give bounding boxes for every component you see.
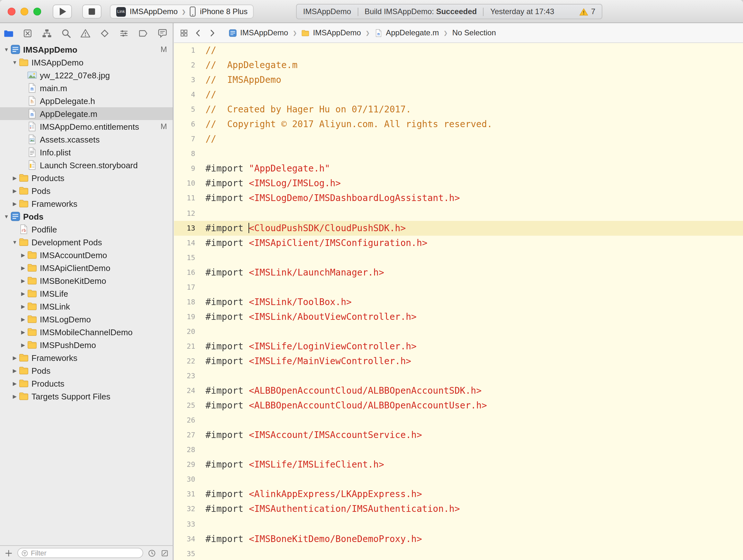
line-number[interactable]: 32 bbox=[174, 502, 195, 517]
sidebar-item-imsapiclientdemo[interactable]: ▶IMSApiClientDemo bbox=[0, 261, 173, 274]
scheme-name[interactable]: IMSAppDemo bbox=[130, 7, 178, 16]
code-line-7[interactable]: 7// bbox=[174, 132, 743, 147]
code-token[interactable]: <IMSLife/IMSLifeClient.h> bbox=[249, 460, 384, 470]
code-token[interactable]: #import bbox=[206, 460, 249, 470]
code-text[interactable] bbox=[195, 472, 206, 487]
disclosure-triangle[interactable]: ▶ bbox=[11, 188, 18, 193]
sidebar-item-imspushdemo[interactable]: ▶IMSPushDemo bbox=[0, 338, 173, 351]
code-text[interactable]: // Created by Hager Hu on 07/11/2017. bbox=[195, 102, 411, 117]
sidebar-item-assets-xcassets[interactable]: Assets.xcassets bbox=[0, 133, 173, 146]
sidebar-item-imsappdemo[interactable]: ▼IMSAppDemo bbox=[0, 56, 173, 69]
code-text[interactable]: // AppDelegate.m bbox=[195, 58, 298, 73]
sidebar-item-launch-screen-storyboard[interactable]: Launch Screen.storyboard bbox=[0, 159, 173, 171]
line-number[interactable]: 35 bbox=[174, 546, 195, 560]
sidebar-item-podfile[interactable]: rbPodfile bbox=[0, 223, 173, 236]
code-text[interactable]: #import <IMSLink/AboutViewController.h> bbox=[195, 309, 417, 324]
line-number[interactable]: 5 bbox=[174, 102, 195, 117]
code-line-18[interactable]: 18#import <IMSLink/ToolBox.h> bbox=[174, 295, 743, 309]
code-line-5[interactable]: 5// Created by Hager Hu on 07/11/2017. bbox=[174, 102, 743, 117]
line-number[interactable]: 1 bbox=[174, 43, 195, 58]
code-text[interactable] bbox=[195, 517, 206, 531]
sidebar-item-imslife[interactable]: ▶IMSLife bbox=[0, 287, 173, 300]
code-text[interactable]: #import <IMSAuthentication/IMSAuthentica… bbox=[195, 502, 460, 517]
sidebar-item-yw-1222-07e8-jpg[interactable]: yw_1222_07e8.jpg bbox=[0, 69, 173, 82]
sidebar-item-appdelegate-m[interactable]: mAppDelegate.m bbox=[0, 107, 173, 120]
code-token[interactable]: <IMSLog/IMSLog.h> bbox=[249, 178, 341, 188]
code-text[interactable] bbox=[195, 250, 206, 265]
code-line-28[interactable]: 28 bbox=[174, 443, 743, 458]
line-number[interactable]: 8 bbox=[174, 147, 195, 162]
sidebar-item-targets-support-files[interactable]: ▶Targets Support Files bbox=[0, 390, 173, 403]
sidebar-item-imsaccountdemo[interactable]: ▶IMSAccountDemo bbox=[0, 249, 173, 261]
code-text[interactable] bbox=[195, 443, 206, 458]
line-number[interactable]: 16 bbox=[174, 265, 195, 280]
code-token[interactable]: #import bbox=[206, 385, 249, 396]
code-line-13[interactable]: 13#import <CloudPushSDK/CloudPushSDK.h> bbox=[174, 221, 743, 235]
code-text[interactable]: // bbox=[195, 43, 216, 58]
code-token[interactable]: // bbox=[206, 89, 216, 99]
code-text[interactable] bbox=[195, 369, 206, 383]
code-text[interactable]: #import <IMSLife/MainViewController.h> bbox=[195, 354, 411, 369]
back-button[interactable] bbox=[194, 29, 202, 37]
line-number[interactable]: 12 bbox=[174, 206, 195, 221]
sidebar-item-pods[interactable]: ▶Pods bbox=[0, 364, 173, 377]
filter-field[interactable] bbox=[17, 548, 143, 558]
disclosure-triangle[interactable]: ▶ bbox=[19, 265, 27, 271]
zoom-button[interactable] bbox=[33, 8, 41, 15]
code-text[interactable]: // bbox=[195, 132, 216, 147]
disclosure-triangle[interactable]: ▶ bbox=[19, 252, 27, 258]
source-editor[interactable]: 1//2// AppDelegate.m3// IMSAppDemo4//5//… bbox=[174, 43, 743, 560]
related-items-icon[interactable] bbox=[180, 29, 188, 37]
disclosure-triangle[interactable]: ▼ bbox=[3, 47, 10, 52]
code-token[interactable]: <IMSLink/LaunchManager.h> bbox=[249, 267, 384, 277]
debug-navigator-icon[interactable] bbox=[119, 28, 129, 38]
code-text[interactable] bbox=[195, 413, 206, 428]
disclosure-triangle[interactable]: ▶ bbox=[11, 201, 18, 207]
report-navigator-icon[interactable] bbox=[157, 28, 168, 38]
line-number[interactable]: 23 bbox=[174, 369, 195, 383]
sidebar-item-products[interactable]: ▶Products bbox=[0, 171, 173, 184]
code-token[interactable]: #import bbox=[206, 297, 249, 307]
line-number[interactable]: 9 bbox=[174, 162, 195, 176]
sidebar-item-imsappdemo-entitlements[interactable]: IMSAppDemo.entitlementsM bbox=[0, 120, 173, 133]
find-navigator-icon[interactable] bbox=[61, 28, 71, 38]
code-token[interactable]: #import bbox=[206, 341, 249, 351]
disclosure-triangle[interactable]: ▶ bbox=[19, 329, 27, 335]
code-token[interactable]: #import bbox=[206, 222, 249, 233]
breadcrumb-item-imsappdemo[interactable]: IMSAppDemo bbox=[302, 28, 361, 37]
code-token[interactable]: <IMSBoneKitDemo/BoneDemoProxy.h> bbox=[249, 533, 422, 544]
code-token[interactable]: <IMSLogDemo/IMSDashboardLogAssistant.h> bbox=[249, 193, 460, 203]
line-number[interactable]: 25 bbox=[174, 398, 195, 413]
code-line-33[interactable]: 33 bbox=[174, 517, 743, 531]
test-navigator-icon[interactable] bbox=[99, 28, 110, 38]
sidebar-item-pods[interactable]: ▶Pods bbox=[0, 184, 173, 197]
sidebar-item-info-plist[interactable]: Info.plist bbox=[0, 146, 173, 159]
filter-input[interactable] bbox=[31, 549, 139, 557]
code-line-16[interactable]: 16#import <IMSLink/LaunchManager.h> bbox=[174, 265, 743, 280]
code-token[interactable]: <IMSAccount/IMSAccountService.h> bbox=[249, 430, 422, 440]
code-line-4[interactable]: 4// bbox=[174, 87, 743, 102]
line-number[interactable]: 3 bbox=[174, 73, 195, 87]
code-text[interactable]: #import <AlinkAppExpress/LKAppExpress.h> bbox=[195, 487, 422, 502]
disclosure-triangle[interactable]: ▶ bbox=[19, 342, 27, 348]
code-text[interactable] bbox=[195, 147, 206, 162]
line-number[interactable]: 4 bbox=[174, 87, 195, 102]
code-text[interactable]: #import <IMSLife/IMSLifeClient.h> bbox=[195, 458, 384, 472]
code-line-34[interactable]: 34#import <IMSBoneKitDemo/BoneDemoProxy.… bbox=[174, 531, 743, 546]
code-token[interactable]: #import bbox=[206, 356, 249, 366]
code-text[interactable]: #import <IMSLog/IMSLog.h> bbox=[195, 176, 341, 191]
symbol-navigator-icon[interactable] bbox=[42, 28, 52, 38]
code-text[interactable]: #import "AppDelegate.h" bbox=[195, 162, 330, 176]
code-line-2[interactable]: 2// AppDelegate.m bbox=[174, 58, 743, 73]
code-token[interactable]: <IMSLife/LoginViewController.h> bbox=[249, 341, 417, 351]
line-number[interactable]: 15 bbox=[174, 250, 195, 265]
code-token[interactable]: <ALBBOpenAccountCloud/ALBBOpenAccountSDK… bbox=[249, 385, 482, 396]
breadcrumb-item-no-selection[interactable]: No Selection bbox=[452, 28, 496, 37]
line-number[interactable]: 34 bbox=[174, 531, 195, 546]
line-number[interactable]: 26 bbox=[174, 413, 195, 428]
code-line-30[interactable]: 30 bbox=[174, 472, 743, 487]
code-line-22[interactable]: 22#import <IMSLife/MainViewController.h> bbox=[174, 354, 743, 369]
code-text[interactable] bbox=[195, 206, 206, 221]
scheme-selector[interactable]: Link IMSAppDemo ❯ iPhone 8 Plus bbox=[110, 4, 254, 18]
code-token[interactable]: <ALBBOpenAccountCloud/ALBBOpenAccountUse… bbox=[249, 400, 487, 411]
